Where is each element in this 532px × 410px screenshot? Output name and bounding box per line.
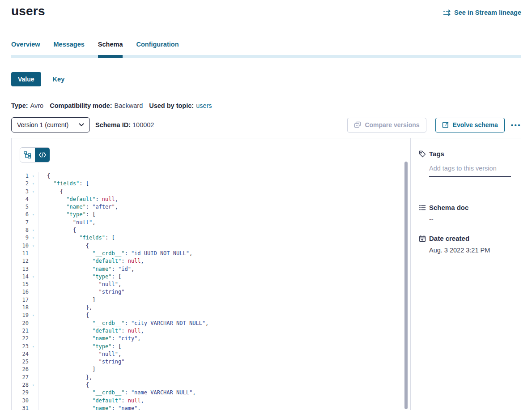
fold-spacer	[29, 366, 38, 373]
code-line: 21 "default": null,	[12, 327, 410, 335]
fold-toggle-icon[interactable]: ▾	[29, 234, 38, 242]
code-view-button[interactable]	[35, 148, 50, 162]
topic-link[interactable]: users	[196, 102, 212, 109]
line-number: 7	[12, 219, 29, 226]
fold-spacer	[29, 374, 38, 381]
schema-doc-value: --	[429, 216, 512, 223]
code-line: 26 ]	[12, 366, 410, 373]
more-options-button[interactable]: •••	[511, 121, 521, 129]
tab-underline-track	[11, 55, 521, 58]
key-toggle-button[interactable]: Key	[53, 76, 65, 83]
value-toggle-button[interactable]: Value	[11, 72, 41, 86]
fold-toggle-icon[interactable]: ▾	[29, 273, 38, 281]
fold-toggle-icon[interactable]: ▾	[29, 211, 38, 218]
code-line: 11 "__crdb__": "id UUID NOT NULL",	[12, 250, 410, 257]
editor-scrollbar-thumb[interactable]	[404, 162, 408, 409]
tab-configuration[interactable]: Configuration	[136, 41, 179, 58]
tab-messages[interactable]: Messages	[54, 41, 85, 58]
code-lines: 1▾{2▾ "fields": [3▾ {4 "default": null,5…	[12, 172, 410, 410]
tab-bar: Overview Messages Schema Configuration	[11, 41, 521, 58]
fold-spacer	[29, 320, 38, 327]
line-number: 31	[12, 405, 29, 410]
fold-toggle-icon[interactable]: ▾	[29, 226, 38, 234]
code-line: 3▾ {	[12, 188, 410, 196]
version-select[interactable]: Version 1 (current)	[11, 117, 90, 132]
fold-toggle-icon[interactable]: ▾	[29, 188, 38, 196]
fold-spacer	[29, 250, 38, 257]
gutter-divider	[38, 172, 38, 410]
line-number: 8	[12, 226, 29, 234]
line-number: 21	[12, 327, 29, 335]
fold-toggle-icon[interactable]: ▾	[29, 343, 38, 350]
used-by-topic-label: Used by topic:	[149, 102, 194, 109]
schema-doc-icon	[419, 204, 426, 211]
calendar-plus-icon	[419, 235, 426, 242]
tree-view-icon	[24, 151, 31, 158]
date-created-title: Date created	[429, 235, 469, 242]
tags-section: Tags	[419, 150, 512, 177]
code-view-icon	[39, 152, 46, 158]
line-number: 22	[12, 335, 29, 342]
editor-view-toggle	[20, 147, 50, 162]
compatibility-value: Backward	[115, 102, 143, 109]
code-line: 13 "name": "id",	[12, 265, 410, 273]
fold-spacer	[29, 335, 38, 342]
compare-versions-label: Compare versions	[365, 121, 419, 128]
evolve-schema-button[interactable]: Evolve schema	[435, 118, 505, 132]
schema-id: Schema ID: 100002	[95, 121, 154, 128]
line-number: 14	[12, 273, 29, 281]
compare-versions-icon	[354, 121, 361, 128]
tab-schema[interactable]: Schema	[98, 41, 123, 58]
code-line: 5 "name": "after",	[12, 203, 410, 211]
code-line: 1▾{	[12, 172, 410, 180]
tags-input[interactable]	[429, 164, 511, 177]
compare-versions-button[interactable]: Compare versions	[347, 118, 426, 132]
fold-spacer	[29, 350, 38, 358]
value-key-toggle: Value Key	[11, 72, 521, 86]
code-line: 8▾ {	[12, 226, 410, 234]
code-line: 6▾ "type": [	[12, 211, 410, 218]
schema-meta: Type: Avro Compatibility mode: Backward …	[11, 102, 521, 109]
fold-toggle-icon[interactable]: ▾	[29, 180, 38, 188]
line-number: 20	[12, 320, 29, 327]
date-created-section: Date created Aug. 3 2022 3:21 PM	[419, 235, 512, 254]
code-line: 10▾ {	[12, 242, 410, 250]
tree-view-button[interactable]	[20, 148, 35, 162]
code-line: 23▾ "type": [	[12, 343, 410, 350]
code-line: 18 },	[12, 304, 410, 312]
chevron-down-icon	[79, 123, 84, 127]
code-line: 27 },	[12, 374, 410, 381]
fold-spacer	[29, 257, 38, 265]
schema-id-value: 100002	[132, 121, 154, 128]
code-line: 29 "__crdb__": "name VARCHAR NULL",	[12, 389, 410, 397]
fold-spacer	[29, 288, 38, 296]
fold-spacer	[29, 405, 38, 410]
code-line: 4 "default": null,	[12, 196, 410, 203]
fold-spacer	[29, 265, 38, 273]
schema-panel: 1▾{2▾ "fields": [3▾ {4 "default": null,5…	[11, 138, 521, 410]
schema-doc-title: Schema doc	[429, 204, 468, 211]
tab-overview[interactable]: Overview	[11, 41, 40, 58]
line-number: 23	[12, 343, 29, 350]
line-number: 3	[12, 188, 29, 196]
version-toolbar: Version 1 (current) Schema ID: 100002 Co…	[11, 117, 521, 132]
fold-toggle-icon[interactable]: ▾	[29, 172, 38, 180]
code-line: 15 "null",	[12, 281, 410, 288]
schema-code-editor: 1▾{2▾ "fields": [3▾ {4 "default": null,5…	[12, 138, 411, 410]
fold-toggle-icon[interactable]: ▾	[29, 312, 38, 319]
stream-lineage-icon	[443, 9, 451, 16]
stream-lineage-label: See in Stream lineage	[454, 9, 521, 16]
fold-toggle-icon[interactable]: ▾	[29, 381, 38, 389]
fold-spacer	[29, 296, 38, 304]
line-number: 11	[12, 250, 29, 257]
schema-sidebar: Tags Schema doc --	[411, 138, 521, 410]
line-number: 29	[12, 389, 29, 397]
code-line: 14▾ "type": [	[12, 273, 410, 281]
fold-toggle-icon[interactable]: ▾	[29, 242, 38, 250]
page-header: users See in Stream lineage	[11, 4, 521, 19]
fold-spacer	[29, 304, 38, 312]
stream-lineage-link[interactable]: See in Stream lineage	[443, 9, 521, 16]
edit-schema-icon	[442, 121, 449, 128]
line-number: 4	[12, 196, 29, 203]
line-number: 5	[12, 203, 29, 211]
